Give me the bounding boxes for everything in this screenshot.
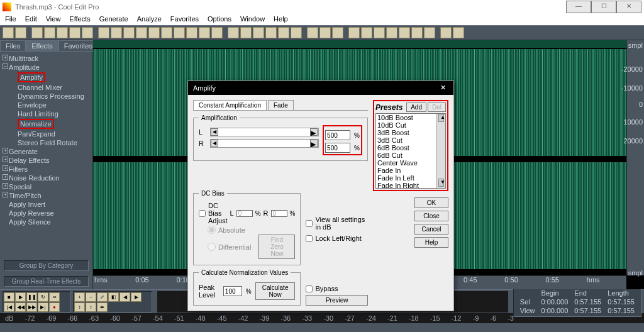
tree-channel-mixer[interactable]: Channel Mixer: [1, 83, 91, 92]
preset-item[interactable]: 3dB Boost: [376, 129, 445, 136]
dcbias-checkbox[interactable]: [199, 210, 206, 217]
zoom-left-button[interactable]: ◀: [119, 292, 130, 302]
maximize-button[interactable]: ☐: [591, 1, 616, 13]
tab-files[interactable]: Files: [0, 40, 26, 52]
toolbar-button[interactable]: [374, 27, 385, 38]
menu-view[interactable]: View: [46, 15, 61, 24]
menu-window[interactable]: Window: [240, 15, 265, 24]
slider-thumb[interactable]: ▶: [310, 140, 318, 147]
toolbar-button[interactable]: [98, 27, 109, 38]
tree-delay[interactable]: +Delay Effects: [1, 156, 91, 165]
preset-item[interactable]: Center Wave: [376, 159, 445, 167]
preset-item[interactable]: 6dB Cut: [376, 152, 445, 159]
tree-amplify[interactable]: Amplify: [1, 72, 91, 83]
right-amp-slider[interactable]: ◀▶: [210, 139, 319, 148]
menu-generate[interactable]: Generate: [99, 15, 128, 24]
toolbar-button[interactable]: [69, 27, 80, 38]
rewind-start-button[interactable]: |◀: [4, 302, 14, 312]
zoom-button[interactable]: ↕: [86, 302, 96, 312]
tree-time-pitch[interactable]: +Time/Pitch: [1, 191, 91, 200]
stop-button[interactable]: ■: [4, 292, 14, 302]
toolbar-button[interactable]: [211, 27, 223, 38]
preset-item[interactable]: Fade In Left: [376, 174, 445, 182]
help-button[interactable]: Help: [414, 237, 448, 248]
minimize-button[interactable]: —: [566, 1, 591, 13]
preview-button[interactable]: Preview: [306, 295, 368, 306]
toolbar-button[interactable]: [123, 27, 135, 38]
tab-effects[interactable]: Effects: [26, 40, 58, 52]
dcbias-r-input[interactable]: [271, 210, 287, 217]
pause-button[interactable]: ❚❚: [26, 292, 37, 302]
zoom-button[interactable]: ⬌: [97, 302, 108, 312]
tree-apply-reverse[interactable]: Apply Reverse: [1, 209, 91, 218]
right-amp-input[interactable]: [325, 143, 350, 153]
preset-item[interactable]: 10dB Boost: [376, 114, 445, 121]
menu-file[interactable]: File: [5, 15, 16, 24]
toolbar-button[interactable]: [265, 27, 277, 38]
calculate-now-button[interactable]: Calculate Now: [255, 282, 296, 300]
zoom-full-button[interactable]: ⤢: [97, 292, 108, 302]
zoom-sel-button[interactable]: ◧: [108, 292, 119, 302]
tree-normalize[interactable]: Normalize: [1, 118, 91, 130]
view-db-checkbox[interactable]: [306, 220, 313, 227]
toolbar-button[interactable]: [82, 27, 93, 38]
tree-generate[interactable]: +Generate: [1, 147, 91, 156]
tree-amplitude[interactable]: −Amplitude: [1, 63, 91, 72]
toolbar-button[interactable]: [253, 27, 264, 38]
toolbar-button[interactable]: [291, 27, 302, 38]
rewind-button[interactable]: ◀◀: [15, 302, 26, 312]
record-button[interactable]: ●: [49, 302, 60, 312]
tree-noise-reduction[interactable]: +Noise Reduction: [1, 174, 91, 182]
cancel-button[interactable]: Cancel: [414, 224, 448, 235]
play-loop-button[interactable]: ↻: [38, 292, 48, 302]
menu-edit[interactable]: Edit: [25, 15, 37, 24]
toolbar-button[interactable]: [424, 27, 435, 38]
group-by-category-button[interactable]: Group By Category: [4, 260, 89, 271]
preset-del-button[interactable]: Del: [428, 102, 446, 112]
toolbar-button[interactable]: [307, 27, 318, 38]
tree-stereo-rotate[interactable]: Stereo Field Rotate: [1, 138, 91, 147]
toolbar-button[interactable]: [199, 27, 210, 38]
preset-item[interactable]: 6dB Boost: [376, 144, 445, 152]
toolbar-button[interactable]: [186, 27, 197, 38]
preset-item[interactable]: Fade In Right: [376, 182, 445, 189]
overview-strip[interactable]: [93, 40, 626, 48]
toolbar-button[interactable]: [57, 27, 68, 38]
dialog-titlebar[interactable]: Amplify ✕: [188, 81, 453, 95]
presets-listbox[interactable]: 10dB Boost 10dB Cut 3dB Boost 3dB Cut 6d…: [375, 113, 446, 189]
tree-apply-invert[interactable]: Apply Invert: [1, 200, 91, 209]
tree-multitrack[interactable]: +Multitrack: [1, 54, 91, 63]
toolbar-button[interactable]: [332, 27, 343, 38]
tree-envelope[interactable]: Envelope: [1, 101, 91, 109]
toolbar-button[interactable]: [44, 27, 55, 38]
play-loop-button[interactable]: ∞: [49, 292, 60, 302]
toolbar-button[interactable]: [161, 27, 172, 38]
close-button[interactable]: ✕: [616, 1, 641, 13]
dcbias-l-input[interactable]: [236, 210, 253, 217]
menu-options[interactable]: Options: [208, 15, 231, 24]
toolbar-button[interactable]: [15, 27, 26, 38]
tab-favorites[interactable]: Favorites: [58, 40, 98, 52]
zoom-out-button[interactable]: −: [86, 292, 96, 302]
toolbar-button[interactable]: [228, 27, 239, 38]
toolbar-button[interactable]: [3, 27, 14, 38]
toolbar-button[interactable]: [31, 27, 43, 38]
left-amp-input[interactable]: [325, 130, 350, 140]
toolbar-button[interactable]: [148, 27, 160, 38]
left-amp-slider[interactable]: ◀▶: [210, 128, 319, 136]
slider-thumb[interactable]: ▶: [310, 128, 318, 136]
zoom-right-button[interactable]: ▶: [131, 292, 142, 302]
close-dialog-button[interactable]: Close: [414, 211, 448, 221]
preset-item[interactable]: 10dB Cut: [376, 121, 445, 129]
zoom-button[interactable]: ↕: [74, 302, 85, 312]
toolbar-button[interactable]: [386, 27, 397, 38]
toolbar-button[interactable]: [136, 27, 147, 38]
toolbar-button[interactable]: [240, 27, 252, 38]
tree-hard-limiting[interactable]: Hard Limiting: [1, 109, 91, 118]
toolbar-button[interactable]: [278, 27, 289, 38]
ok-button[interactable]: OK: [414, 197, 448, 208]
peak-level-input[interactable]: [223, 286, 242, 296]
menu-favorites[interactable]: Favorites: [170, 15, 199, 24]
tab-constant-amp[interactable]: Constant Amplification: [193, 100, 267, 110]
differential-radio[interactable]: [208, 243, 216, 251]
